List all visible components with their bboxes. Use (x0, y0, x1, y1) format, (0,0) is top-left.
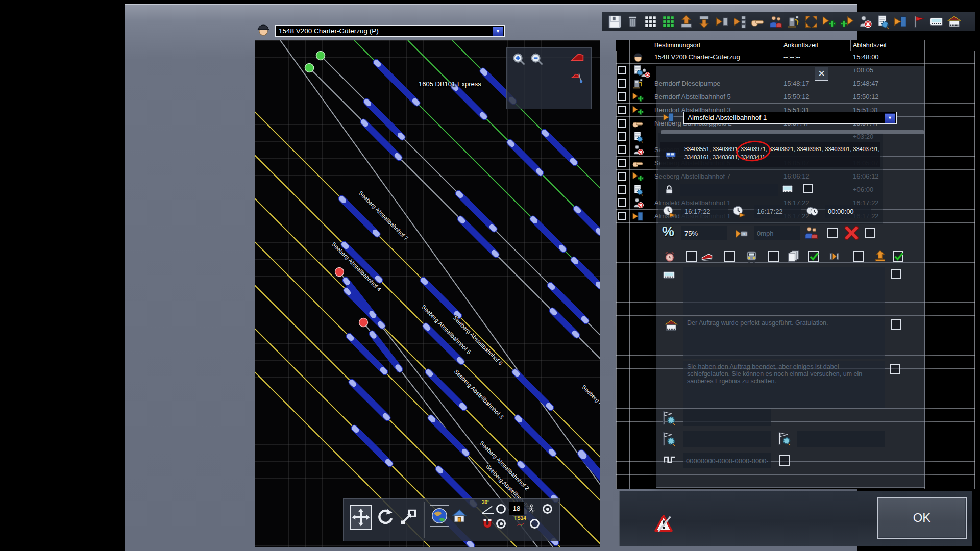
row-checkbox[interactable] (618, 79, 626, 88)
home-view-button[interactable] (451, 507, 468, 525)
train-count-box[interactable]: 18 (509, 502, 524, 515)
plus-arrow-icon[interactable] (840, 14, 854, 29)
row-checkbox[interactable] (618, 106, 626, 114)
success-message-textarea[interactable]: Der Auftrag wurde perfekt ausgeführt. Gr… (683, 317, 885, 359)
screen: 1548 V200 Charter-Güterzug (P) ▼ Seeberg… (0, 0, 980, 551)
forward-box-icon[interactable] (715, 14, 729, 29)
passengers-checkbox[interactable] (827, 228, 838, 238)
signal-node-icon[interactable] (571, 70, 584, 85)
row-checkbox[interactable] (618, 212, 626, 220)
train-selector-dropdown[interactable]: 1548 V200 Charter-Güterzug (P) ▼ (275, 25, 505, 37)
track-style-icon[interactable] (513, 521, 528, 529)
person-x-icon[interactable] (857, 14, 872, 29)
globe-view-button[interactable] (430, 505, 449, 527)
hand-icon (632, 117, 644, 130)
signal-shape-icon[interactable] (567, 51, 587, 64)
incline-radio[interactable] (496, 504, 506, 514)
keyboard-icon[interactable] (929, 14, 944, 29)
train-selector-value: 1548 V200 Charter-Güterzug (P) (279, 27, 379, 35)
trigger-flag-icon (660, 410, 677, 426)
depot-icon[interactable] (947, 14, 962, 29)
track-style-radio[interactable] (530, 519, 540, 529)
people-icon[interactable] (768, 14, 783, 29)
trigger-input-3[interactable] (797, 431, 885, 447)
papers-checkbox[interactable] (808, 251, 819, 262)
arrow-in-icon[interactable] (893, 14, 908, 29)
wagon-list-tooltip: 33403551, 33403691, 33403971, 33403621, … (660, 142, 880, 167)
row-checkbox[interactable] (618, 172, 626, 181)
arrow-plus-icon[interactable] (822, 14, 837, 29)
alarm-checkbox[interactable] (686, 251, 697, 262)
row-checkbox[interactable] (618, 185, 626, 194)
magnet-snap-icon[interactable] (480, 518, 495, 530)
speed-input[interactable] (754, 226, 800, 240)
table-row[interactable]: 1548 V200 Charter-Güterzug--:--:--15:48:… (616, 51, 975, 64)
row-checkbox[interactable] (618, 198, 626, 207)
train-checkbox[interactable] (768, 251, 779, 262)
collapse-arrows-icon[interactable] (804, 14, 819, 29)
row-checkbox[interactable] (618, 159, 626, 167)
guid-checkbox[interactable] (779, 455, 790, 466)
success-message-checkbox[interactable] (891, 319, 901, 330)
row-checkbox[interactable] (618, 119, 626, 128)
col-destination: Bestimmungsort (654, 42, 700, 49)
row-arrival: --:--:-- (783, 53, 800, 61)
duration-input[interactable] (825, 205, 871, 218)
trash-icon[interactable] (625, 14, 640, 29)
counter-radio[interactable] (543, 504, 552, 514)
skip-checkbox[interactable] (853, 251, 864, 262)
grid-white-icon[interactable] (643, 14, 658, 29)
hand-icon[interactable] (750, 14, 765, 29)
zoom-in-icon[interactable] (512, 52, 526, 66)
wagon-icon (663, 149, 678, 160)
download-icon[interactable] (697, 14, 712, 29)
custom-message-checkbox[interactable] (891, 269, 901, 279)
ok-button-label: OK (913, 511, 931, 525)
track-style-label: TS14 (514, 515, 526, 521)
guid-input[interactable] (683, 453, 771, 468)
arrival-time-input[interactable] (681, 205, 728, 218)
exit-checkbox[interactable] (893, 251, 903, 262)
reset-view-button[interactable] (376, 507, 395, 527)
trigger-input-1[interactable] (683, 409, 771, 426)
map-zoom-panel (506, 47, 592, 109)
svg-text:30: 30 (742, 232, 747, 236)
destination-combo-value: Almsfeld Abstellbahnhof 1 (688, 114, 767, 121)
grid-green-icon[interactable] (661, 14, 676, 29)
arrow-plus-icon (632, 170, 644, 183)
fit-view-button[interactable] (399, 507, 418, 527)
zoom-out-icon[interactable] (530, 52, 544, 66)
cancel-checkbox[interactable] (865, 228, 875, 238)
magnet-radio[interactable] (496, 519, 506, 529)
custom-message-textarea[interactable] (683, 267, 885, 315)
svg-text:Seeberg Abstellbahnhof 7: Seeberg Abstellbahnhof 7 (358, 190, 410, 242)
destination-combo[interactable]: Almsfeld Abstellbahnhof 1 ▼ (683, 112, 897, 124)
monitor-checkbox[interactable] (803, 184, 813, 193)
row-checkbox[interactable] (618, 132, 626, 141)
ok-button[interactable]: OK (877, 497, 967, 539)
locked-field[interactable] (680, 184, 778, 196)
fuel-pump-icon[interactable] (786, 14, 801, 29)
percent-input[interactable] (681, 226, 727, 240)
pan-mode-button[interactable] (350, 505, 372, 530)
chevron-down-icon[interactable]: ▼ (493, 27, 503, 36)
row-checkbox[interactable] (618, 92, 626, 101)
save-icon[interactable] (607, 14, 622, 29)
arrow-in-icon (632, 210, 644, 222)
forward-list-icon[interactable] (732, 14, 747, 29)
doc-gear-icon[interactable] (875, 14, 890, 29)
svg-text:Seeberg Abstellbahnhof 4: Seeberg Abstellbahnhof 4 (331, 241, 383, 293)
train-graph-map[interactable]: Seeberg Abstellbahnhof 7Seeberg Abstellb… (255, 40, 600, 547)
close-icon[interactable]: ✕ (815, 67, 828, 81)
departure-time-input[interactable] (754, 205, 801, 218)
failure-message-checkbox[interactable] (890, 364, 900, 374)
flag-icon[interactable] (911, 14, 926, 29)
signal-checkbox[interactable] (724, 251, 735, 262)
failure-message-textarea[interactable]: Sie haben den Auftrag beendet, aber eini… (683, 361, 885, 408)
arrow-plus-icon (632, 104, 644, 116)
row-checkbox[interactable] (618, 145, 626, 154)
row-checkbox[interactable] (618, 66, 626, 74)
chevron-down-icon[interactable]: ▼ (885, 113, 895, 123)
upload-icon[interactable] (679, 14, 694, 29)
trigger-input-2[interactable] (683, 431, 771, 447)
